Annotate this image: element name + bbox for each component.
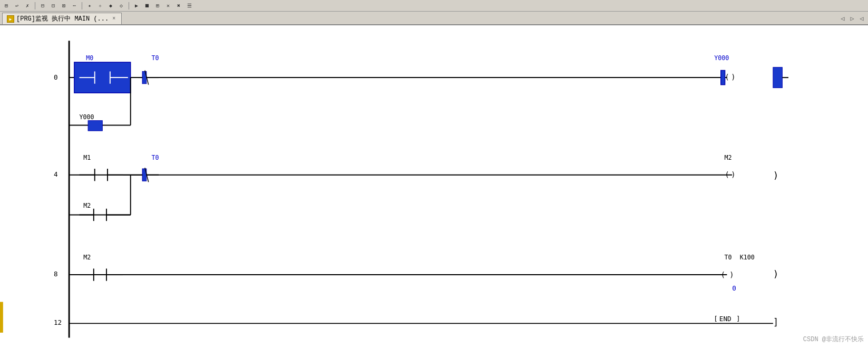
end-open-bracket: [ [714, 315, 718, 323]
tab-bar: ▶ [PRG]监视 执行中 MAIN (... × ◁ ▷ ◁ [0, 12, 868, 25]
toolbar: ⊞ ↩ ✗ ⊟ ⊡ ⊠ ⋯ ✦ ✧ ◆ ◇ ▶ ⏹ ⊞ ✕ ✖ ☰ [0, 0, 868, 12]
contact-m1-label: M1 [83, 154, 91, 161]
toolbar-icon-5[interactable]: ⊡ [49, 2, 57, 10]
main-tab[interactable]: ▶ [PRG]监视 执行中 MAIN (... × [2, 13, 122, 24]
watermark: CSDN @非流行不快乐 [803, 335, 864, 344]
toolbar-divider-2 [82, 2, 82, 9]
coil-t0-r8-label: T0 [725, 254, 732, 261]
toolbar-divider-1 [35, 2, 35, 9]
toolbar-icon-13[interactable]: ⏹ [143, 2, 151, 10]
contact-t0-r4-label: T0 [152, 154, 159, 161]
contact-y000-label: Y000 [80, 113, 94, 121]
toolbar-icon-9[interactable]: ✧ [96, 2, 104, 10]
left-highlight-strip [0, 302, 3, 333]
rung8-line-number: 8 [54, 270, 58, 278]
coil-m2-close: ) [731, 170, 735, 179]
contact-m0-label: M0 [86, 54, 93, 62]
contact-y000-block[interactable] [88, 121, 102, 131]
coil-t0-k100-label: K100 [740, 254, 755, 261]
coil-t0-close: ) [729, 270, 734, 279]
toolbar-icon-7[interactable]: ⋯ [70, 2, 79, 10]
coil-y000-indicator [721, 70, 725, 84]
contact-m2-r4-label: M2 [83, 202, 91, 209]
toolbar-icon-10[interactable]: ◆ [106, 2, 115, 10]
toolbar-icon-11[interactable]: ◇ [117, 2, 125, 10]
toolbar-icon-14[interactable]: ⊞ [153, 2, 162, 10]
toolbar-icon-4[interactable]: ⊟ [38, 2, 47, 10]
coil-y000-close: ) [731, 73, 735, 81]
tab-label: [PRG]监视 执行中 MAIN (... [16, 14, 109, 23]
toolbar-icon-2[interactable]: ↩ [13, 2, 21, 10]
toolbar-divider-3 [129, 2, 129, 9]
coil-y000-open: ( [725, 73, 729, 81]
toolbar-icon-1[interactable]: ⊞ [2, 2, 11, 10]
toolbar-icon-12[interactable]: ▶ [132, 2, 141, 10]
coil-m2-open: ( [725, 170, 729, 179]
rung4-line-number: 4 [54, 170, 58, 178]
toolbar-icon-16[interactable]: ✖ [174, 2, 183, 10]
ladder-canvas: 0 M0 T0 Y000 [0, 25, 868, 348]
coil-y000-label: Y000 [714, 54, 729, 62]
rung0-line-number: 0 [54, 73, 58, 81]
tab-nav-arrows: ◁ ▷ ◁ [838, 13, 866, 24]
coil-m2-label: M2 [725, 154, 732, 161]
toolbar-icon-15[interactable]: ✕ [164, 2, 172, 10]
main-container: ▶ [PRG]监视 执行中 MAIN (... × ◁ ▷ ◁ 0 M0 [0, 12, 868, 348]
toolbar-icon-17[interactable]: ☰ [185, 2, 193, 10]
tab-close-button[interactable]: × [111, 16, 117, 22]
ladder-diagram: 0 M0 T0 Y000 [0, 25, 868, 348]
toolbar-icon-8[interactable]: ✦ [85, 2, 94, 10]
right-rail-r0 [773, 67, 782, 88]
contact-m2-r8-label: M2 [83, 254, 91, 261]
tab-nav-left[interactable]: ◁ [838, 13, 847, 24]
coil-t0-value: 0 [732, 284, 736, 292]
end-close-bracket: ] [736, 315, 740, 323]
tab-nav-collapse[interactable]: ◁ [857, 13, 866, 24]
right-rail-r12: ] [773, 317, 779, 327]
tab-prg-icon: ▶ [7, 15, 14, 23]
end-label: END [719, 315, 732, 323]
toolbar-icon-6[interactable]: ⊠ [60, 2, 68, 10]
contact-t0-r0-label: T0 [152, 54, 159, 62]
right-rail-r8: ) [773, 269, 779, 279]
toolbar-icon-3[interactable]: ✗ [23, 2, 32, 10]
rung12-line-number: 12 [54, 318, 62, 326]
right-rail-r4: ) [773, 170, 779, 181]
coil-t0-open: ( [721, 270, 725, 279]
tab-nav-right[interactable]: ▷ [848, 13, 856, 24]
